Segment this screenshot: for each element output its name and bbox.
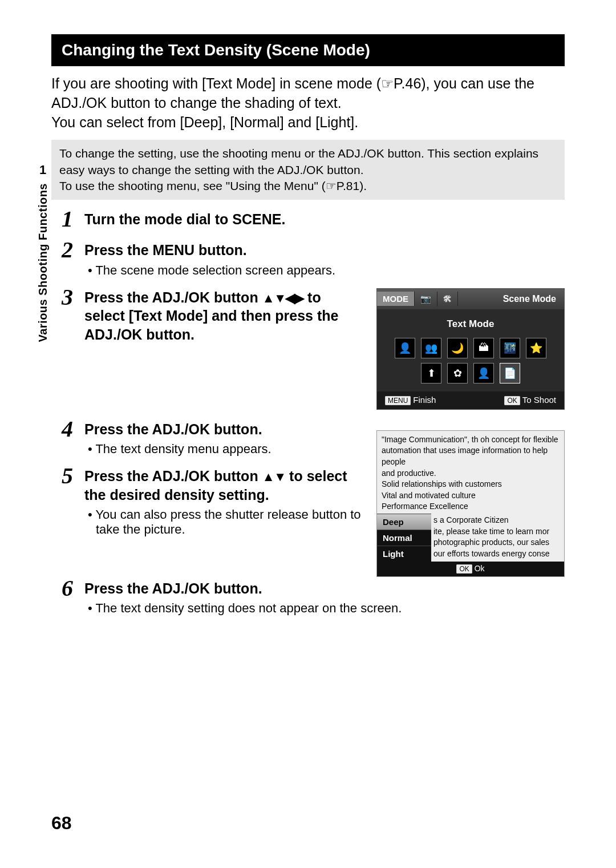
density-right-text: s a Corporate Citizen ite, please take t… xyxy=(431,514,564,562)
scene-title: Scene Mode xyxy=(458,294,564,304)
scene-icon: ⭐ xyxy=(526,338,546,358)
density-bg-text: "Image Communication", th oh concept for… xyxy=(377,431,564,514)
page-number: 68 xyxy=(51,813,72,834)
updown-icon: ▲▼ xyxy=(262,470,286,484)
step-detail: The text density menu appears. xyxy=(84,442,365,457)
scene-icon-grid: 👤 👥 🌙 🏔 🌃 ⭐ ⬆ ✿ 👤 📄 xyxy=(377,334,564,391)
dpad-icon: ▲▼◀▶ xyxy=(262,291,304,305)
bg-line: Performance Excellence xyxy=(382,501,560,512)
step-detail: The text density setting does not appear… xyxy=(84,601,565,616)
bg-line: Vital and motivated culture xyxy=(382,490,560,502)
step-title: Press the ADJ./OK button. xyxy=(84,420,365,439)
step-title: Press the ADJ./OK button ▲▼◀▶ to select … xyxy=(84,288,365,344)
scene-mode-screen: MODE 📷 🛠 Scene Mode Text Mode 👤 👥 🌙 🏔 🌃 xyxy=(376,288,565,410)
scene-subtitle: Text Mode xyxy=(377,309,564,334)
step-detail: You can also press the shutter release b… xyxy=(84,507,365,537)
density-option-light: Light xyxy=(377,546,431,562)
bg-line: automation that uses image information t… xyxy=(382,445,560,467)
step-title: Press the ADJ./OK button ▲▼ to select th… xyxy=(84,467,365,504)
density-option-deep: Deep xyxy=(377,514,431,530)
scene-icon: 🌙 xyxy=(447,338,468,358)
step-number: 1 xyxy=(62,208,84,231)
bg-line: and productive. xyxy=(382,468,560,479)
intro-text: If you are shooting with [Text Mode] in … xyxy=(51,74,565,132)
ok-button-label: OK xyxy=(456,564,472,574)
note-box: To change the setting, use the shooting … xyxy=(51,140,565,200)
step-number: 5 xyxy=(62,465,84,487)
bg-line: ite, please take time to learn mor xyxy=(433,526,562,538)
intro-line-2: You can select from [Deep], [Normal] and… xyxy=(51,114,358,130)
bg-line: Solid relationships with customers xyxy=(382,479,560,490)
sidebar-label: Various Shooting Functions xyxy=(37,183,50,342)
bg-line: photographic products, our sales xyxy=(433,537,562,548)
step-title: Press the MENU button. xyxy=(84,241,565,260)
ok-label: Ok xyxy=(475,564,485,573)
step-4: 4 Press the ADJ./OK button. The text den… xyxy=(62,418,365,457)
scene-tabs: MODE 📷 🛠 Scene Mode xyxy=(377,289,564,309)
step-number: 2 xyxy=(62,239,84,261)
scene-icon: ✿ xyxy=(447,363,468,383)
section-title: Changing the Text Density (Scene Mode) xyxy=(51,34,565,66)
menu-button-label: MENU xyxy=(385,396,411,405)
step-number: 3 xyxy=(62,286,84,309)
note-line-1: To change the setting, use the shooting … xyxy=(59,146,557,178)
step-5: 5 Press the ADJ./OK button ▲▼ to select … xyxy=(62,465,365,537)
chapter-number: 1 xyxy=(39,163,46,177)
scene-icon: 👤 xyxy=(395,338,415,358)
camera-tab-icon: 📷 xyxy=(415,292,437,306)
step-detail: The scene mode selection screen appears. xyxy=(84,263,565,278)
step-number: 6 xyxy=(62,577,84,600)
step-6: 6 Press the ADJ./OK button. The text den… xyxy=(62,577,565,616)
ok-button-label: OK xyxy=(504,396,520,405)
step-title-part: Press the ADJ./OK button xyxy=(84,468,262,484)
density-option-normal: Normal xyxy=(377,530,431,546)
step-title: Press the ADJ./OK button. xyxy=(84,579,565,598)
step-3: 3 Press the ADJ./OK button ▲▼◀▶ to selec… xyxy=(62,286,565,410)
step-1: 1 Turn the mode dial to SCENE. xyxy=(62,208,565,231)
bg-line: "Image Communication", th oh concept for… xyxy=(382,434,560,446)
setup-tab-icon: 🛠 xyxy=(437,292,458,306)
scene-icon: 🌃 xyxy=(500,338,520,358)
finish-label: Finish xyxy=(413,395,436,405)
bg-line: our efforts towards energy conse xyxy=(433,548,562,560)
step-number: 4 xyxy=(62,418,84,441)
to-shoot-label: To Shoot xyxy=(522,395,556,405)
intro-line-1: If you are shooting with [Text Mode] in … xyxy=(51,75,534,111)
text-density-screen: "Image Communication", th oh concept for… xyxy=(376,430,565,577)
scene-icon: 🏔 xyxy=(473,338,494,358)
density-menu: Deep Normal Light xyxy=(377,514,431,562)
scene-icon-text-mode: 📄 xyxy=(500,363,520,383)
scene-icon: 👤 xyxy=(473,363,494,383)
scene-footer: MENUFinish OKTo Shoot xyxy=(377,391,564,409)
step-title: Turn the mode dial to SCENE. xyxy=(84,210,565,229)
bg-line: s a Corporate Citizen xyxy=(433,515,562,526)
scene-icon: ⬆ xyxy=(421,363,441,383)
step-title-part: Press the ADJ./OK button xyxy=(84,289,262,305)
steps-list: 1 Turn the mode dial to SCENE. 2 Press t… xyxy=(62,208,565,616)
scene-icon: 👥 xyxy=(421,338,441,358)
step-2: 2 Press the MENU button. The scene mode … xyxy=(62,239,565,278)
sidebar: 1 Various Shooting Functions xyxy=(34,163,51,342)
mode-tab: MODE xyxy=(377,292,415,306)
density-footer: OKOk xyxy=(377,562,564,576)
note-line-2: To use the shooting menu, see "Using the… xyxy=(59,178,557,194)
